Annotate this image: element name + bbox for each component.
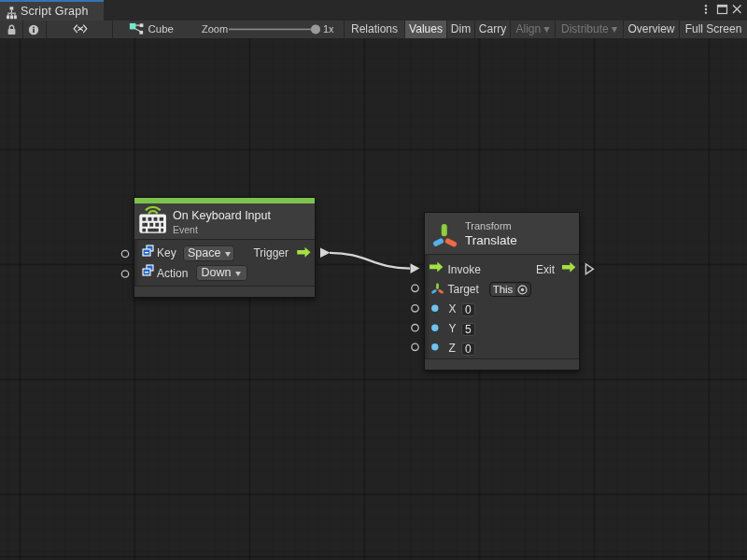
svg-text:1x: 1x [323, 23, 334, 35]
